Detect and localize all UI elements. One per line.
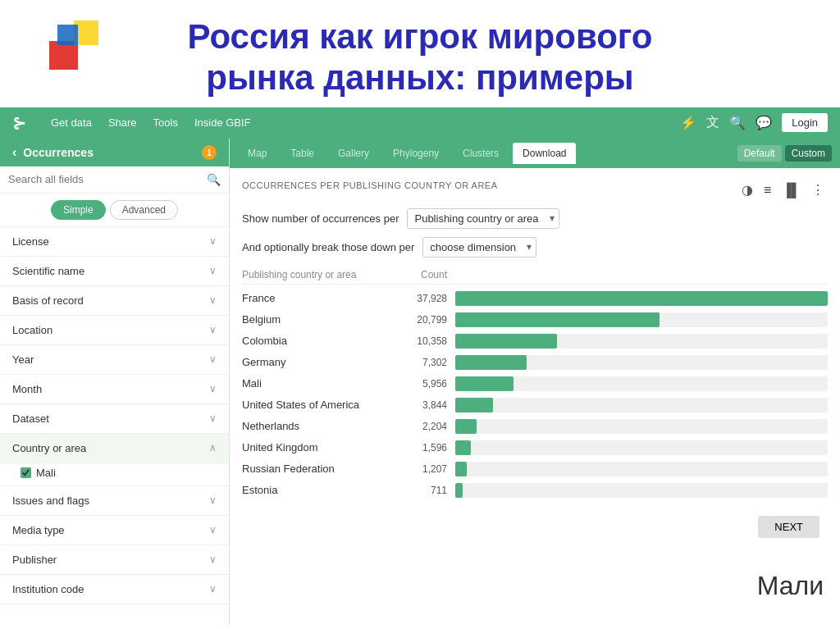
country-name: Germany	[242, 356, 390, 368]
next-button[interactable]: NEXT	[758, 516, 819, 538]
filter-institution-code[interactable]: Institution code ∨	[0, 575, 229, 604]
gbif-logo: ⊱	[12, 113, 26, 133]
search-input[interactable]	[8, 173, 200, 185]
country-name: Netherlands	[242, 420, 390, 432]
count-value: 20,799	[398, 314, 447, 326]
count-value: 2,204	[398, 421, 447, 432]
tab-table[interactable]: Table	[281, 143, 324, 164]
bar-fill	[455, 419, 477, 434]
more-icon[interactable]: ⋮	[808, 180, 828, 199]
chart-icons: ◑ ≡ ▐▌ ⋮	[738, 180, 828, 199]
country-name: United States of America	[242, 399, 390, 411]
chart-row: United Kingdom 1,596	[242, 437, 828, 458]
count-value: 5,956	[398, 378, 447, 390]
pie-chart-icon[interactable]: ◑	[738, 180, 756, 199]
page-title: Россия как игрок мирового рынка данных: …	[8, 16, 832, 99]
filter-scientific-name[interactable]: Scientific name ∨	[0, 257, 229, 286]
view-custom-button[interactable]: Custom	[785, 145, 832, 162]
tab-phylogeny[interactable]: Phylogeny	[383, 143, 449, 164]
nav-tools[interactable]: Tools	[153, 116, 178, 129]
translate-icon[interactable]: 文	[706, 114, 719, 131]
bar-container	[455, 312, 828, 327]
bar-container	[455, 376, 828, 391]
filter-country-or-area[interactable]: Country or area ∧	[0, 434, 229, 463]
svg-rect-2	[57, 25, 78, 45]
bar-container	[455, 334, 828, 349]
search-box: 🔍	[0, 166, 229, 194]
bar-container	[455, 291, 828, 306]
bar-container	[455, 462, 828, 476]
chevron-down-icon: ∨	[209, 495, 217, 506]
country-name: Estonia	[242, 484, 390, 496]
chart-row: United States of America 3,844	[242, 394, 828, 416]
breakdown-select-wrapper[interactable]: choose dimension	[422, 237, 536, 258]
bar-container	[455, 440, 828, 455]
view-default-button[interactable]: Default	[737, 145, 782, 162]
chevron-down-icon: ∨	[209, 265, 217, 276]
nav-share[interactable]: Share	[108, 116, 137, 129]
tab-clusters[interactable]: Clusters	[453, 143, 509, 164]
view-toggle: Default Custom	[737, 145, 832, 162]
chart-row: Netherlands 2,204	[242, 416, 828, 437]
filter-basis-of-record[interactable]: Basis of record ∨	[0, 286, 229, 316]
bar-container	[455, 355, 828, 370]
list-icon[interactable]: ≡	[760, 181, 774, 199]
tab-download[interactable]: Download	[513, 143, 576, 164]
tab-simple[interactable]: Simple	[51, 200, 106, 220]
filter-location[interactable]: Location ∨	[0, 316, 229, 345]
chevron-down-icon: ∨	[209, 524, 217, 536]
count-value: 7,302	[398, 357, 447, 368]
mali-checkbox-item[interactable]: Mali	[0, 463, 229, 486]
chat-icon[interactable]: 💬	[756, 115, 772, 130]
country-name: Mali	[242, 377, 390, 390]
chart-rows-container: France 37,928 Belgium 20,799 Colombia 10…	[242, 288, 828, 501]
bar-chart-icon[interactable]: ▐▌	[778, 181, 804, 199]
bar-fill	[455, 291, 828, 306]
nav-inside-gbif[interactable]: Inside GBIF	[194, 116, 251, 129]
filter-year[interactable]: Year ∨	[0, 345, 229, 375]
mali-checkbox[interactable]	[21, 467, 31, 478]
nav-right-controls: ⚡ 文 🔍 💬 Login	[680, 113, 828, 132]
title-area: Россия как игрок мирового рынка данных: …	[0, 0, 840, 107]
country-name: Colombia	[242, 335, 390, 347]
chart-breakdown-controls: And optionally break those down per choo…	[242, 237, 828, 258]
nav-get-data[interactable]: Get data	[51, 116, 92, 129]
pulse-icon[interactable]: ⚡	[680, 115, 696, 130]
chart-section: OCCURRENCES PER PUBLISHING COUNTRY OR AR…	[230, 168, 840, 558]
chart-row: Mali 5,956	[242, 373, 828, 394]
tab-gallery[interactable]: Gallery	[328, 143, 379, 164]
chart-row: Germany 7,302	[242, 352, 828, 373]
dimension-select-wrapper[interactable]: Publishing country or area	[407, 208, 559, 229]
chevron-down-icon: ∧	[209, 442, 217, 454]
filter-publisher[interactable]: Publisher ∨	[0, 545, 229, 575]
bar-fill	[455, 376, 514, 391]
filter-dataset[interactable]: Dataset ∨	[0, 404, 229, 434]
tab-advanced[interactable]: Advanced	[110, 200, 178, 220]
tab-map[interactable]: Map	[238, 143, 276, 164]
back-arrow[interactable]: ‹	[12, 145, 16, 160]
main-layout: ‹ Occurrences 1 🔍 Simple Advanced Licens…	[0, 139, 840, 626]
bar-container	[455, 483, 828, 498]
country-name: Russian Federation	[242, 463, 390, 475]
dimension-select[interactable]: Publishing country or area	[407, 208, 559, 229]
filter-issues-flags[interactable]: Issues and flags ∨	[0, 486, 229, 516]
filter-month[interactable]: Month ∨	[0, 375, 229, 404]
bar-fill	[455, 334, 557, 349]
bar-fill	[455, 440, 471, 455]
sidebar-header: ‹ Occurrences 1	[0, 139, 229, 166]
chevron-down-icon: ∨	[209, 583, 217, 595]
breakdown-select[interactable]: choose dimension	[422, 237, 536, 258]
count-value: 3,844	[398, 399, 447, 411]
mali-watermark: Мали	[757, 571, 824, 601]
filter-license[interactable]: License ∨	[0, 227, 229, 257]
country-name: United Kingdom	[242, 441, 390, 454]
search-icon[interactable]: 🔍	[729, 115, 746, 130]
chart-row: France 37,928	[242, 288, 828, 309]
bar-container	[455, 419, 828, 434]
filter-media-type[interactable]: Media type ∨	[0, 516, 229, 545]
chart-row: Colombia 10,358	[242, 330, 828, 352]
count-value: 10,358	[398, 335, 447, 347]
login-button[interactable]: Login	[782, 113, 828, 132]
chevron-down-icon: ∨	[209, 554, 217, 565]
bar-fill	[455, 355, 527, 370]
